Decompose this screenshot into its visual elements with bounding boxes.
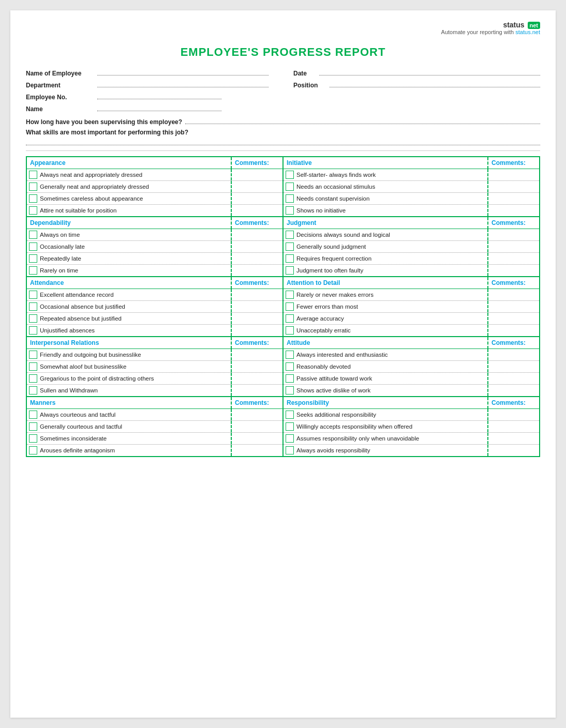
item-comments-area[interactable]	[487, 445, 539, 456]
item-comments-area[interactable]	[487, 193, 539, 204]
item-comments-area[interactable]	[231, 373, 282, 384]
checkbox[interactable]	[286, 183, 294, 191]
date-input[interactable]	[319, 68, 540, 75]
checkbox[interactable]	[286, 374, 294, 383]
checkbox[interactable]	[29, 386, 37, 395]
checkbox[interactable]	[286, 362, 294, 371]
item-comments-area[interactable]	[231, 253, 282, 264]
item-comments-area[interactable]	[487, 169, 539, 180]
item-comments-area[interactable]	[487, 385, 539, 396]
checkbox[interactable]	[29, 194, 37, 203]
checkbox[interactable]	[286, 302, 294, 311]
name-of-employee-input[interactable]	[97, 68, 269, 75]
list-item: Always courteous and tactful	[27, 409, 282, 421]
checkbox[interactable]	[286, 171, 294, 179]
item-text: Occasionally late	[40, 243, 85, 251]
name-input[interactable]	[97, 104, 221, 111]
employee-no-input[interactable]	[97, 92, 221, 99]
item-comments-area[interactable]	[487, 229, 539, 240]
item-comments-area[interactable]	[487, 313, 539, 324]
checkbox[interactable]	[29, 183, 37, 191]
list-item: Fewer errors than most	[284, 301, 539, 313]
list-item: Always interested and enthusiastic	[284, 349, 539, 361]
checkbox[interactable]	[29, 171, 37, 179]
item-text: Always interested and enthusiastic	[296, 351, 388, 359]
department-input[interactable]	[97, 80, 269, 87]
item-comments-area[interactable]	[487, 361, 539, 372]
item-comments-area[interactable]	[231, 385, 282, 396]
item-comments-area[interactable]	[231, 289, 282, 300]
item-text: Rarely or never makes errors	[296, 291, 374, 299]
checkbox[interactable]	[29, 326, 37, 335]
checkbox[interactable]	[29, 254, 37, 263]
item-comments-area[interactable]	[487, 253, 539, 264]
checkbox[interactable]	[286, 206, 294, 215]
list-item: Generally courteous and tactful	[27, 421, 282, 433]
checkbox[interactable]	[29, 314, 37, 323]
item-comments-area[interactable]	[231, 193, 282, 204]
item-comments-area[interactable]	[487, 409, 539, 420]
item-comments-area[interactable]	[231, 265, 282, 276]
question2-input[interactable]	[26, 138, 540, 145]
checkbox[interactable]	[286, 422, 294, 431]
item-comments-area[interactable]	[487, 325, 539, 336]
item-comments-area[interactable]	[231, 361, 282, 372]
checkbox[interactable]	[29, 446, 37, 454]
item-comments-area[interactable]	[487, 349, 539, 360]
checkbox[interactable]	[286, 254, 294, 263]
list-item: Assumes responsibility only when unavoid…	[284, 433, 539, 445]
checkbox[interactable]	[286, 326, 294, 335]
item-comments-area[interactable]	[231, 205, 282, 216]
item-comments-area[interactable]	[487, 265, 539, 276]
category-title: Appearance	[27, 157, 231, 169]
checkbox[interactable]	[29, 374, 37, 383]
checkbox[interactable]	[29, 411, 37, 419]
item-comments-area[interactable]	[231, 421, 282, 432]
checkbox[interactable]	[29, 266, 37, 275]
checkbox[interactable]	[29, 362, 37, 371]
item-comments-area[interactable]	[231, 169, 282, 180]
checkbox[interactable]	[29, 291, 37, 299]
checkbox[interactable]	[29, 242, 37, 251]
item-comments-area[interactable]	[231, 409, 282, 420]
item-comments-area[interactable]	[487, 205, 539, 216]
checkbox[interactable]	[286, 194, 294, 203]
checkbox[interactable]	[286, 242, 294, 251]
category-items: Always courteous and tactfulGenerally co…	[27, 409, 282, 456]
item-comments-area[interactable]	[231, 229, 282, 240]
checkbox[interactable]	[29, 231, 37, 239]
item-comments-area[interactable]	[487, 181, 539, 192]
item-comments-area[interactable]	[231, 433, 282, 444]
item-comments-area[interactable]	[231, 325, 282, 336]
checkbox[interactable]	[286, 411, 294, 419]
status-link[interactable]: status.net	[515, 29, 540, 35]
checkbox[interactable]	[286, 231, 294, 239]
checkbox[interactable]	[286, 434, 294, 443]
item-comments-area[interactable]	[487, 301, 539, 312]
checkbox[interactable]	[29, 351, 37, 359]
checkbox[interactable]	[29, 422, 37, 431]
item-comments-area[interactable]	[487, 373, 539, 384]
item-comments-area[interactable]	[231, 349, 282, 360]
item-comments-area[interactable]	[487, 241, 539, 252]
item-comments-area[interactable]	[231, 445, 282, 456]
checkbox[interactable]	[29, 206, 37, 215]
checkbox[interactable]	[29, 434, 37, 443]
item-comments-area[interactable]	[231, 313, 282, 324]
checkbox[interactable]	[286, 266, 294, 275]
question1-input[interactable]	[185, 117, 540, 124]
item-comments-area[interactable]	[231, 301, 282, 312]
checkbox[interactable]	[286, 446, 294, 454]
checkbox[interactable]	[286, 291, 294, 299]
checkbox[interactable]	[286, 314, 294, 323]
item-comments-area[interactable]	[487, 289, 539, 300]
list-item: Occasional absence but justified	[27, 301, 282, 313]
item-comments-area[interactable]	[231, 241, 282, 252]
item-comments-area[interactable]	[487, 433, 539, 444]
checkbox[interactable]	[286, 351, 294, 359]
checkbox[interactable]	[29, 302, 37, 311]
item-comments-area[interactable]	[487, 421, 539, 432]
position-input[interactable]	[330, 80, 540, 87]
item-comments-area[interactable]	[231, 181, 282, 192]
checkbox[interactable]	[286, 386, 294, 395]
